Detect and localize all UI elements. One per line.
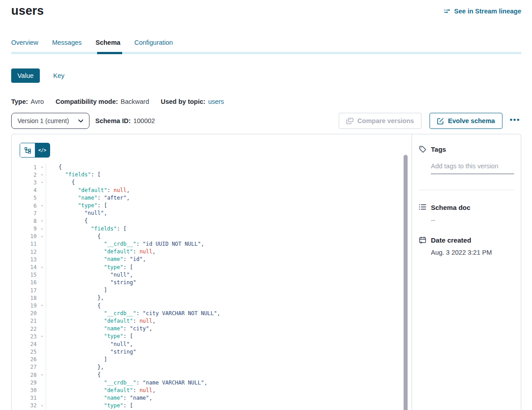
see-in-stream-lineage-link[interactable]: See in Stream lineage bbox=[444, 8, 521, 15]
code-row: "fields": [ bbox=[59, 171, 412, 179]
tag-icon bbox=[419, 145, 426, 153]
gutter-row: 10▾ bbox=[12, 233, 46, 240]
evolve-schema-label: Evolve schema bbox=[448, 117, 495, 124]
fold-arrow-icon[interactable]: ▾ bbox=[38, 204, 46, 208]
date-created-value: Aug. 3 2022 3:21 PM bbox=[431, 249, 514, 256]
gutter-row: 3▾ bbox=[12, 179, 46, 186]
code-row: "__crdb__": "id UUID NOT NULL", bbox=[59, 240, 412, 248]
date-created-section-header: Date created bbox=[419, 236, 514, 244]
gutter-row: 18 bbox=[12, 294, 46, 302]
editor-gutter: 1▾2▾3▾456▾78▾9▾10▾11121314▾1516171819▾20… bbox=[12, 163, 46, 410]
gutter-row: 22 bbox=[12, 325, 46, 333]
gutter-row: 15 bbox=[12, 271, 46, 279]
code-row: }, bbox=[59, 363, 412, 371]
version-select-value: Version 1 (current) bbox=[17, 117, 69, 124]
code-view-button[interactable]: </> bbox=[35, 143, 50, 157]
compare-versions-button[interactable]: Compare versions bbox=[339, 113, 422, 129]
gutter-row: 4 bbox=[12, 187, 46, 194]
add-tags-input[interactable] bbox=[431, 162, 514, 174]
tab-schema[interactable]: Schema bbox=[96, 39, 121, 52]
schema-sidebar: Tags Schema doc -- bbox=[412, 134, 521, 410]
schema-controls-row: Version 1 (current) Schema ID: 100002 Co… bbox=[11, 113, 521, 129]
fold-arrow-icon[interactable]: ▾ bbox=[38, 219, 46, 223]
gutter-row: 30 bbox=[12, 386, 46, 394]
code-row: "type": [ bbox=[59, 333, 412, 340]
code-row: "default": null, bbox=[59, 317, 412, 325]
code-row: "name": "name", bbox=[59, 394, 412, 402]
gutter-row: 26 bbox=[12, 356, 46, 363]
chevron-down-icon bbox=[78, 120, 83, 123]
used-by-topic: Used by topic: users bbox=[161, 98, 224, 105]
gutter-row: 7 bbox=[12, 209, 46, 217]
fold-arrow-icon[interactable]: ▾ bbox=[38, 180, 46, 184]
gutter-row: 5 bbox=[12, 194, 46, 202]
compatibility-mode-label: Compatibility mode: bbox=[55, 98, 118, 105]
gutter-row: 11 bbox=[12, 240, 46, 248]
fold-arrow-icon[interactable]: ▾ bbox=[38, 165, 46, 169]
more-options-button[interactable]: ••• bbox=[509, 114, 521, 128]
gutter-row: 12 bbox=[12, 248, 46, 256]
evolve-schema-button[interactable]: Evolve schema bbox=[430, 113, 502, 129]
compatibility-mode-value: Backward bbox=[121, 98, 149, 105]
code-row: "string" bbox=[59, 348, 412, 356]
gutter-row: 23▾ bbox=[12, 333, 46, 340]
tags-title: Tags bbox=[431, 145, 446, 153]
stream-lineage-icon bbox=[444, 8, 451, 14]
schema-type-value: Avro bbox=[31, 98, 44, 105]
list-icon bbox=[419, 204, 426, 211]
gutter-row: 13 bbox=[12, 256, 46, 263]
gutter-row: 6▾ bbox=[12, 202, 46, 209]
code-row: { bbox=[59, 302, 412, 310]
schema-page: users See in Stream lineage Overview Mes… bbox=[0, 0, 532, 410]
used-by-topic-link[interactable]: users bbox=[208, 98, 224, 105]
fold-arrow-icon[interactable]: ▾ bbox=[38, 404, 46, 408]
version-select[interactable]: Version 1 (current) bbox=[11, 113, 89, 129]
fold-arrow-icon[interactable]: ▾ bbox=[38, 373, 46, 377]
fold-arrow-icon[interactable]: ▾ bbox=[38, 173, 46, 177]
compatibility-mode: Compatibility mode: Backward bbox=[55, 98, 149, 105]
tree-view-icon bbox=[25, 147, 31, 154]
code-row: ] bbox=[59, 356, 412, 363]
code-row: "__crdb__": "name VARCHAR NULL", bbox=[59, 379, 412, 387]
tab-overview[interactable]: Overview bbox=[11, 39, 38, 52]
gutter-row: 9▾ bbox=[12, 225, 46, 233]
fold-arrow-icon[interactable]: ▾ bbox=[38, 334, 46, 338]
code-row: "type": [ bbox=[59, 264, 412, 271]
code-editor[interactable]: 1▾2▾3▾456▾78▾9▾10▾11121314▾1516171819▾20… bbox=[12, 163, 412, 410]
tab-messages[interactable]: Messages bbox=[52, 39, 81, 52]
editor-scrollbar[interactable] bbox=[404, 155, 408, 410]
fold-arrow-icon[interactable]: ▾ bbox=[38, 303, 46, 308]
fold-arrow-icon[interactable]: ▾ bbox=[38, 235, 46, 239]
schema-doc-value: -- bbox=[431, 217, 514, 224]
gutter-row: 20 bbox=[12, 310, 46, 317]
edit-icon bbox=[437, 118, 444, 124]
code-row: { bbox=[59, 233, 412, 240]
schema-type: Type: Avro bbox=[11, 98, 44, 105]
gutter-row: 24 bbox=[12, 340, 46, 348]
value-toggle-button[interactable]: Value bbox=[11, 68, 40, 83]
calendar-plus-icon bbox=[419, 236, 426, 244]
fold-arrow-icon[interactable]: ▾ bbox=[38, 265, 46, 269]
code-row: "default": null, bbox=[59, 248, 412, 256]
page-header: users See in Stream lineage bbox=[11, 0, 521, 18]
active-tab-indicator bbox=[97, 52, 122, 54]
code-row: ] bbox=[59, 286, 412, 294]
gutter-row: 32▾ bbox=[12, 402, 46, 410]
key-toggle-link[interactable]: Key bbox=[53, 72, 64, 79]
code-row: { bbox=[59, 179, 412, 186]
code-row: "null", bbox=[59, 271, 412, 279]
code-lines: { "fields": [ { "default": null, "name":… bbox=[46, 163, 412, 410]
fold-arrow-icon[interactable]: ▾ bbox=[38, 227, 46, 231]
gutter-row: 16 bbox=[12, 279, 46, 286]
code-row: }, bbox=[59, 294, 412, 302]
schema-doc-section-header: Schema doc bbox=[419, 204, 514, 211]
tree-view-button[interactable] bbox=[20, 143, 35, 157]
compare-versions-label: Compare versions bbox=[358, 117, 414, 124]
gutter-row: 17 bbox=[12, 286, 46, 294]
tab-configuration[interactable]: Configuration bbox=[134, 39, 173, 52]
code-row: "default": null, bbox=[59, 387, 412, 394]
tab-track bbox=[11, 52, 521, 54]
schema-id-label: Schema ID: bbox=[95, 117, 131, 124]
compare-versions-icon bbox=[346, 118, 353, 124]
gutter-row: 31 bbox=[12, 394, 46, 402]
